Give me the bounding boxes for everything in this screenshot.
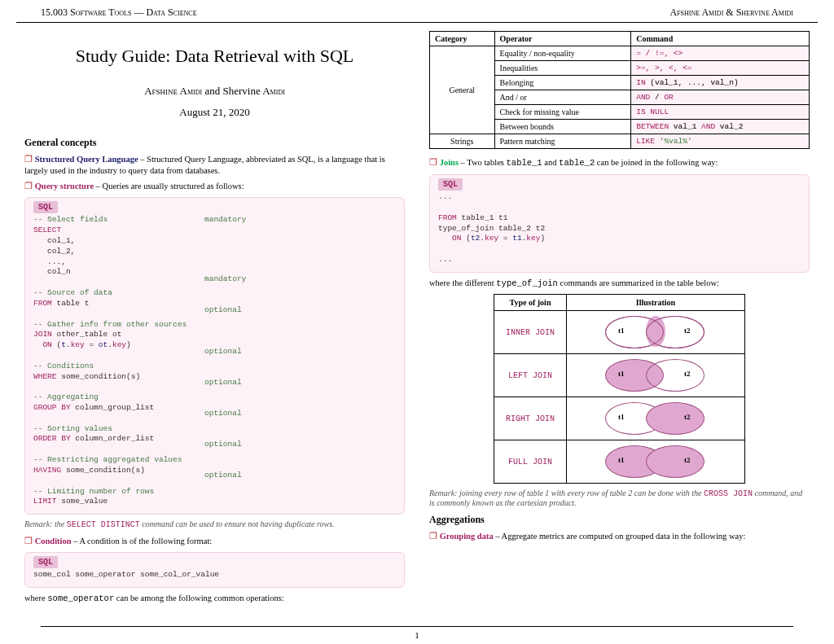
section-aggregations: Aggregations <box>429 514 810 526</box>
remark-select-distinct: Remark: the SELECT DISTINCT command can … <box>24 519 405 529</box>
left-column: Study Guide: Data Retrieval with SQL Afs… <box>24 31 405 610</box>
doc-author: Afshine Amidi and Shervine Amidi <box>24 85 405 98</box>
def-query-structure: ❐ Query structure – Queries are usually … <box>24 181 405 192</box>
condition-tail: where some_operator can be among the fol… <box>24 593 405 605</box>
venn-right-join: t1t2 <box>590 401 721 435</box>
join-table: Type of joinIllustration INNER JOIN t1t2… <box>494 294 745 484</box>
header-right: Afshine Amidi & Shervine Amidi <box>669 7 793 19</box>
def-condition: ❐ Condition – A condition is of the foll… <box>24 536 405 547</box>
operator-table: CategoryOperatorCommand GeneralEquality … <box>429 31 810 149</box>
venn-left-join: t1t2 <box>590 357 721 392</box>
code-query-structure: SQL -- Select fieldsmandatory SELECT col… <box>24 197 405 515</box>
code-condition: SQL some_col some_operator some_col_or_v… <box>24 552 405 588</box>
def-sql: ❐ Structured Query Language – Structured… <box>24 154 405 176</box>
def-grouping: ❐ Grouping data – Aggregate metrics are … <box>429 531 810 542</box>
section-general-concepts: General concepts <box>24 137 405 149</box>
page-footer: 1 <box>41 626 793 640</box>
joins-tail: where the different type_of_join command… <box>429 278 810 290</box>
page-content: Study Guide: Data Retrieval with SQL Afs… <box>0 23 834 618</box>
def-joins: ❐ Joins – Two tables table_1 and table_2… <box>429 157 810 169</box>
code-joins: SQL ... FROM table_1 t1 type_of_join tab… <box>429 174 810 273</box>
doc-date: August 21, 2020 <box>24 106 405 119</box>
page-number: 1 <box>415 630 419 640</box>
venn-inner-join: t1t2 <box>590 314 721 348</box>
right-column: CategoryOperatorCommand GeneralEquality … <box>429 31 810 610</box>
page-header: 15.003 Software Tools — Data Science Afs… <box>16 0 818 23</box>
doc-title: Study Guide: Data Retrieval with SQL <box>24 46 405 67</box>
venn-full-join: t1t2 <box>590 444 721 478</box>
header-left: 15.003 Software Tools — Data Science <box>41 7 197 19</box>
remark-cross-join: Remark: joining every row of table 1 wit… <box>429 488 810 507</box>
